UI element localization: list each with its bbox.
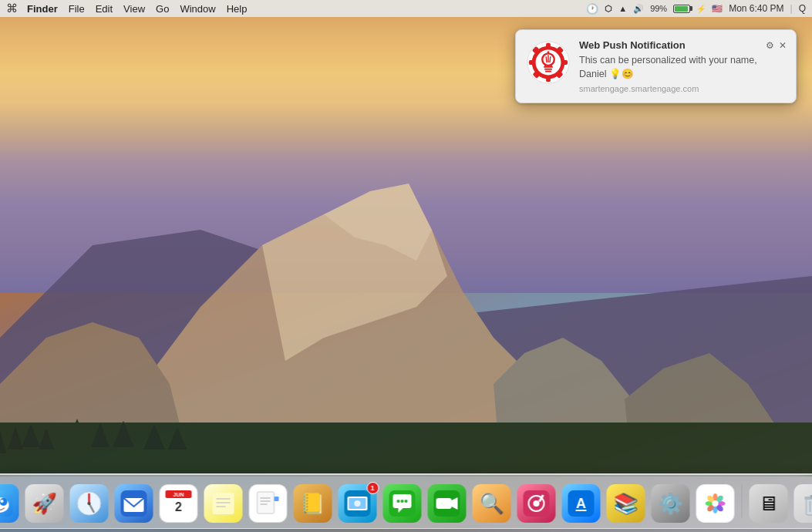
menubar-go[interactable]: Go: [156, 3, 169, 15]
notification-popup: Web Push Notification ⚙ ✕ This can be pe…: [515, 29, 797, 103]
apple-menu[interactable]: ⌘: [6, 2, 18, 15]
menubar: ⌘ Finder File Edit View Go Window Help 🕐…: [0, 0, 812, 17]
menubar-view[interactable]: View: [123, 3, 145, 15]
notebook-icon: 📒: [293, 484, 332, 523]
battery-percentage: 99%: [650, 4, 667, 13]
launchpad-icon: 🚀: [25, 484, 63, 523]
menubar-help[interactable]: Help: [227, 3, 248, 15]
mountain-bg: [0, 104, 812, 476]
dock-item-calendar[interactable]: JUN 2: [158, 483, 198, 524]
svg-point-67: [354, 500, 360, 507]
desktop-icon: 🖥: [749, 484, 787, 523]
desktop: ⌘ Finder File Edit View Go Window Help 🕐…: [0, 0, 812, 532]
dock-item-notes[interactable]: [203, 483, 243, 524]
dock-item-slides[interactable]: 1: [337, 483, 377, 524]
dock-item-notebook[interactable]: 📒: [292, 483, 332, 524]
notification-body: This can be personalized with your name,…: [579, 54, 787, 81]
svg-rect-73: [436, 498, 451, 509]
svg-point-69: [396, 500, 399, 503]
dock-item-sysprefs[interactable]: ⚙️: [650, 483, 690, 524]
menubar-edit[interactable]: Edit: [96, 3, 113, 15]
notification-close-button[interactable]: ✕: [779, 40, 787, 51]
notification-header: Web Push Notification ⚙ ✕: [579, 39, 787, 51]
menubar-right: 🕐 ⬡ ▲ 🔊 99% ⚡ 🇺🇸 Mon 6:40 PM | Q: [586, 3, 806, 15]
finder-icon: [0, 484, 19, 523]
trash-icon: [793, 484, 812, 523]
dock-item-finder[interactable]: [0, 483, 19, 524]
dock: 🚀: [0, 473, 812, 529]
dock-item-launchpad[interactable]: 🚀: [24, 483, 64, 524]
svg-rect-55: [212, 493, 234, 514]
svg-point-44: [0, 500, 3, 503]
dock-item-messages[interactable]: [382, 483, 422, 524]
ibooks-icon: 📚: [606, 484, 645, 523]
mail-icon: [114, 484, 153, 523]
facetime-icon: [427, 484, 466, 523]
notification-icon-wrap: [525, 39, 571, 86]
menubar-items: Finder File Edit View Go Window Help: [27, 3, 586, 15]
svg-rect-60: [274, 497, 278, 501]
svg-point-70: [400, 500, 403, 503]
battery-icon: [673, 5, 690, 13]
svg-rect-22: [529, 60, 535, 65]
svg-rect-23: [561, 60, 568, 65]
itunes-icon: [517, 484, 555, 523]
svg-line-35: [546, 56, 547, 62]
menubar-file[interactable]: File: [69, 3, 85, 15]
photos-icon: [696, 484, 734, 523]
dock-divider: [741, 484, 742, 518]
notification-title: Web Push Notification: [579, 39, 686, 51]
svg-point-71: [404, 500, 407, 503]
messages-icon: [382, 484, 421, 523]
svg-point-77: [533, 500, 539, 507]
svg-point-49: [87, 502, 90, 505]
dock-item-appstore[interactable]: A: [561, 483, 601, 524]
menubar-finder[interactable]: Finder: [27, 3, 58, 15]
appstore-icon: A: [561, 484, 600, 523]
svg-text:2: 2: [175, 500, 182, 513]
notification-actions: ⚙ ✕: [766, 40, 787, 51]
dock-item-textedit[interactable]: [248, 483, 288, 524]
dock-item-safari[interactable]: [69, 483, 109, 524]
volume-icon[interactable]: 🔊: [633, 4, 644, 14]
menu-divider: |: [790, 3, 793, 14]
notes-icon: [204, 484, 242, 523]
calendar-icon: JUN 2: [159, 484, 197, 523]
svg-rect-59: [257, 492, 274, 513]
time-machine-icon[interactable]: 🕐: [586, 3, 598, 15]
wifi-icon[interactable]: ▲: [618, 4, 627, 13]
dock-item-mail[interactable]: [113, 483, 153, 524]
svg-text:A: A: [576, 496, 586, 511]
safari-icon: [69, 484, 108, 523]
charging-icon: ⚡: [696, 5, 706, 13]
svg-rect-20: [546, 43, 551, 49]
dock-item-ibooks[interactable]: 📚: [605, 483, 645, 524]
sysprefs-icon: ⚙️: [651, 484, 689, 523]
svg-line-37: [550, 56, 551, 62]
dock-item-itunes[interactable]: [516, 483, 556, 524]
notification-app-icon: [526, 40, 571, 85]
svg-text:JUN: JUN: [173, 492, 184, 497]
svg-point-92: [712, 500, 718, 507]
flag-icon[interactable]: 🇺🇸: [712, 4, 723, 14]
textedit-icon: [248, 484, 287, 523]
notification-content: Web Push Notification ⚙ ✕ This can be pe…: [579, 39, 787, 93]
dock-item-desktop[interactable]: 🖥: [748, 483, 788, 524]
notification-url: smartengage.smartengage.com: [579, 84, 787, 93]
datetime: Mon 6:40 PM: [729, 3, 783, 14]
dock-item-photos[interactable]: [695, 483, 735, 524]
svg-rect-21: [546, 76, 551, 82]
menu-q[interactable]: Q: [799, 3, 806, 14]
dock-badge-slides: 1: [366, 482, 379, 494]
dock-item-trash[interactable]: [793, 483, 812, 524]
bluetooth-icon[interactable]: ⬡: [605, 4, 612, 14]
menubar-window[interactable]: Window: [180, 3, 215, 15]
svg-rect-93: [806, 498, 812, 515]
dock-item-facetime[interactable]: [426, 483, 467, 524]
preview-icon: 🔍: [472, 484, 510, 523]
notification-settings-button[interactable]: ⚙: [766, 40, 774, 51]
dock-item-preview[interactable]: 🔍: [471, 483, 511, 524]
